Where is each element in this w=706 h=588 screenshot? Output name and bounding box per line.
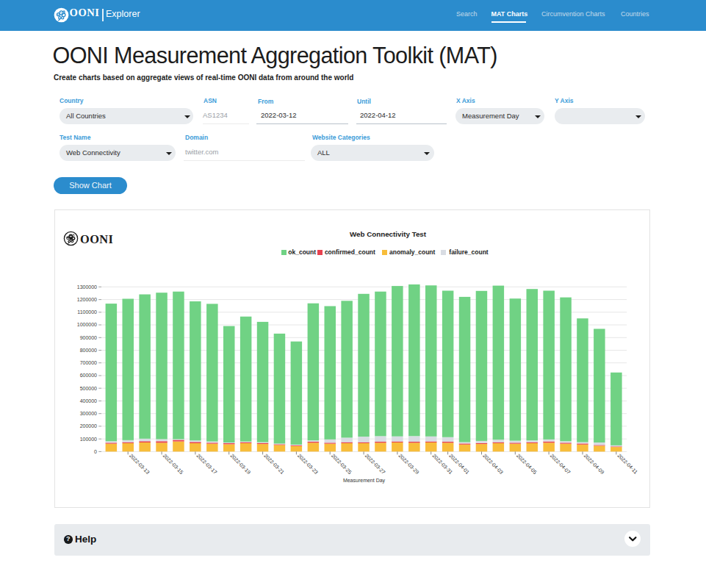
- svg-text:2022-04-07: 2022-04-07: [550, 453, 572, 475]
- svg-text:2022-04-05: 2022-04-05: [516, 453, 538, 475]
- svg-text:0: 0: [94, 449, 97, 454]
- svg-text:600000: 600000: [80, 373, 97, 378]
- svg-text:2022-04-11: 2022-04-11: [616, 453, 638, 475]
- svg-text:2022-03-27: 2022-03-27: [364, 453, 386, 475]
- svg-text:300000: 300000: [80, 411, 97, 416]
- svg-text:2022-03-29: 2022-03-29: [397, 453, 419, 475]
- svg-text:100000: 100000: [80, 437, 97, 442]
- svg-text:1000000: 1000000: [77, 322, 97, 327]
- svg-text:2022-04-03: 2022-04-03: [482, 453, 504, 475]
- svg-text:2022-03-19: 2022-03-19: [229, 453, 251, 475]
- svg-text:2022-03-13: 2022-03-13: [129, 453, 151, 475]
- svg-text:700000: 700000: [80, 360, 97, 365]
- svg-text:500000: 500000: [80, 386, 97, 391]
- svg-text:1300000: 1300000: [77, 284, 97, 290]
- svg-text:2022-03-15: 2022-03-15: [162, 453, 184, 475]
- svg-text:2022-03-21: 2022-03-21: [263, 453, 285, 475]
- svg-text:Measurement Day: Measurement Day: [343, 478, 386, 484]
- svg-text:200000: 200000: [80, 423, 97, 429]
- svg-text:400000: 400000: [80, 398, 97, 404]
- svg-text:2022-03-25: 2022-03-25: [331, 453, 353, 475]
- svg-text:2022-04-09: 2022-04-09: [583, 453, 605, 475]
- svg-text:2022-03-23: 2022-03-23: [297, 453, 319, 475]
- svg-text:800000: 800000: [80, 348, 97, 353]
- svg-text:900000: 900000: [80, 335, 97, 340]
- svg-text:1100000: 1100000: [77, 309, 97, 315]
- svg-text:1200000: 1200000: [77, 297, 97, 302]
- svg-text:2022-03-17: 2022-03-17: [195, 453, 217, 475]
